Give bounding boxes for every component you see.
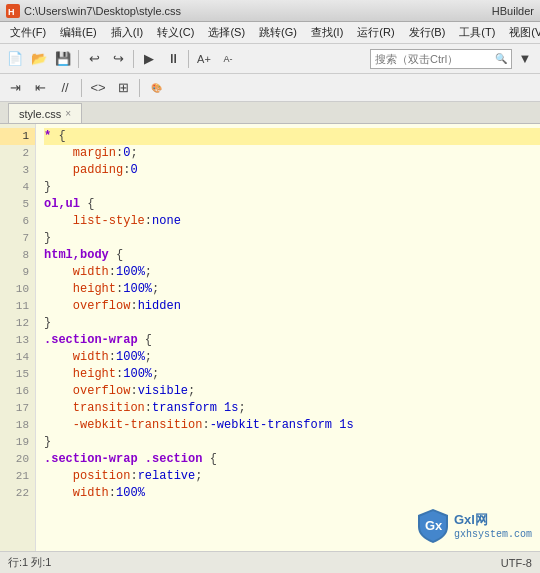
watermark: Gx Gxl网 gxhsystem.com [416, 507, 532, 545]
line-number: 5 [0, 196, 35, 213]
watermark-url: gxhsystem.com [454, 529, 532, 540]
line-number: 14 [0, 349, 35, 366]
line-number: 4 [0, 179, 35, 196]
code-line: } [44, 434, 540, 451]
line-number: 6 [0, 213, 35, 230]
menu-select[interactable]: 选择(S) [202, 23, 251, 42]
color-picker-btn[interactable]: 🎨 [145, 77, 167, 99]
toolbar-secondary: ⇥ ⇤ // <> ⊞ 🎨 [0, 74, 540, 102]
code-line: height:100%; [44, 366, 540, 383]
title-bar-text: C:\Users\win7\Desktop\style.css [24, 5, 492, 17]
app-name-label: HBuilder [492, 5, 534, 17]
indent-btn[interactable]: ⇥ [4, 77, 26, 99]
svg-text:H: H [8, 7, 15, 17]
watermark-brand: Gxl网 [454, 512, 532, 529]
app-icon: H [6, 4, 20, 18]
search-input[interactable] [375, 53, 495, 65]
line-number: 12 [0, 315, 35, 332]
tab-close-btn[interactable]: × [65, 108, 71, 119]
code-content[interactable]: * { margin:0; padding:0}ol,ul { list-sty… [36, 124, 540, 551]
line-number: 19 [0, 434, 35, 451]
menu-run[interactable]: 运行(R) [351, 23, 400, 42]
code-line: position:relative; [44, 468, 540, 485]
separator-4 [81, 79, 82, 97]
code-line: list-style:none [44, 213, 540, 230]
svg-text:Gx: Gx [425, 518, 443, 533]
line-number: 22 [0, 485, 35, 502]
code-line: } [44, 230, 540, 247]
code-line: * { [44, 128, 540, 145]
search-box[interactable]: 🔍 [370, 49, 512, 69]
code-line: width:100% [44, 485, 540, 502]
status-position: 行:1 列:1 [8, 555, 51, 570]
font-size-up-btn[interactable]: A+ [193, 48, 215, 70]
code-line: height:100%; [44, 281, 540, 298]
line-number: 7 [0, 230, 35, 247]
search-hint: 🔍 [495, 53, 507, 65]
line-number: 13 [0, 332, 35, 349]
tab-bar: style.css × [0, 102, 540, 124]
code-line: -webkit-transition:-webkit-transform 1s [44, 417, 540, 434]
editor-area: 12345678910111213141516171819202122 * { … [0, 124, 540, 551]
code-line: } [44, 179, 540, 196]
line-numbers: 12345678910111213141516171819202122 [0, 124, 36, 551]
line-number: 18 [0, 417, 35, 434]
watermark-text-block: Gxl网 gxhsystem.com [454, 512, 532, 540]
toolbar-main: 📄 📂 💾 ↩ ↪ ▶ ⏸ A+ A- 🔍 ▼ [0, 44, 540, 74]
menu-publish[interactable]: 发行(B) [403, 23, 452, 42]
tab-style-css[interactable]: style.css × [8, 103, 82, 123]
open-file-btn[interactable]: 📂 [28, 48, 50, 70]
status-bar: 行:1 列:1 UTF-8 [0, 551, 540, 573]
code-line: margin:0; [44, 145, 540, 162]
line-number: 16 [0, 383, 35, 400]
run-btn[interactable]: ▶ [138, 48, 160, 70]
menu-file[interactable]: 文件(F) [4, 23, 52, 42]
code-line: width:100%; [44, 264, 540, 281]
undo-btn[interactable]: ↩ [83, 48, 105, 70]
line-number: 10 [0, 281, 35, 298]
tag-btn[interactable]: <> [87, 77, 109, 99]
redo-btn[interactable]: ↪ [107, 48, 129, 70]
line-number: 15 [0, 366, 35, 383]
encoding-label: UTF-8 [501, 557, 532, 569]
line-number: 17 [0, 400, 35, 417]
code-line: transition:transform 1s; [44, 400, 540, 417]
font-size-down-btn[interactable]: A- [217, 48, 239, 70]
code-line: .section-wrap { [44, 332, 540, 349]
status-right: UTF-8 [501, 557, 532, 569]
line-number: 21 [0, 468, 35, 485]
code-line: width:100%; [44, 349, 540, 366]
line-number: 20 [0, 451, 35, 468]
line-number: 9 [0, 264, 35, 281]
menu-find[interactable]: 查找(I) [305, 23, 349, 42]
line-number: 3 [0, 162, 35, 179]
comment-btn[interactable]: // [54, 77, 76, 99]
menu-bar: 文件(F) 编辑(E) 插入(I) 转义(C) 选择(S) 跳转(G) 查找(I… [0, 22, 540, 44]
menu-edit[interactable]: 编辑(E) [54, 23, 103, 42]
line-number: 2 [0, 145, 35, 162]
separator-1 [78, 50, 79, 68]
line-number: 11 [0, 298, 35, 315]
shield-icon: Gx [416, 507, 450, 545]
debug-btn[interactable]: ⏸ [162, 48, 184, 70]
save-btn[interactable]: 💾 [52, 48, 74, 70]
line-number: 1 [0, 128, 35, 145]
menu-tools[interactable]: 工具(T) [453, 23, 501, 42]
code-line: overflow:hidden [44, 298, 540, 315]
title-bar: H C:\Users\win7\Desktop\style.css HBuild… [0, 0, 540, 22]
code-line: padding:0 [44, 162, 540, 179]
format-btn[interactable]: ⊞ [112, 77, 134, 99]
menu-goto[interactable]: 跳转(G) [253, 23, 303, 42]
line-number: 8 [0, 247, 35, 264]
outdent-btn[interactable]: ⇤ [29, 77, 51, 99]
separator-2 [133, 50, 134, 68]
code-line: ol,ul { [44, 196, 540, 213]
code-line: overflow:visible; [44, 383, 540, 400]
menu-insert[interactable]: 插入(I) [105, 23, 149, 42]
separator-5 [139, 79, 140, 97]
search-options-btn[interactable]: ▼ [514, 48, 536, 70]
menu-view[interactable]: 视图(V) [503, 23, 540, 42]
new-file-btn[interactable]: 📄 [4, 48, 26, 70]
menu-escape[interactable]: 转义(C) [151, 23, 200, 42]
code-line: .section-wrap .section { [44, 451, 540, 468]
